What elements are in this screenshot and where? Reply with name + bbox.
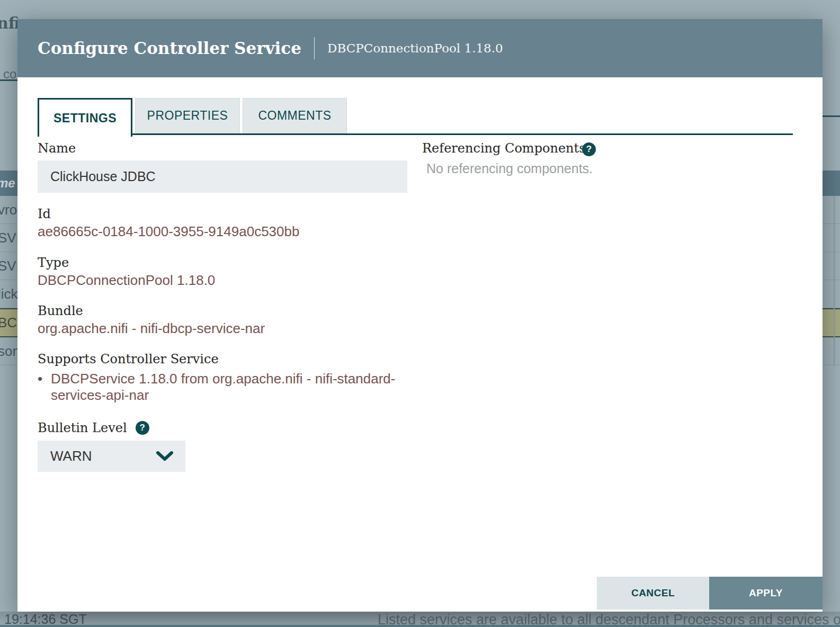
bundle-label: Bundle bbox=[38, 303, 83, 318]
id-value: ae86665c-0184-1000-3955-9149a0c530bb bbox=[38, 223, 299, 240]
tab-properties[interactable]: PROPERTIES bbox=[135, 98, 240, 133]
help-icon[interactable]: ? bbox=[136, 421, 149, 435]
type-label: Type bbox=[38, 255, 69, 270]
bulletin-level-row: Bulletin Level ? bbox=[38, 420, 149, 435]
dialog-title: Configure Controller Service bbox=[38, 39, 301, 58]
supports-item-text: DBCPService 1.18.0 from org.apache.nifi … bbox=[51, 371, 403, 404]
referencing-components-label: Referencing Components bbox=[422, 141, 586, 156]
referencing-components-empty-text: No referencing components. bbox=[426, 161, 593, 176]
background-table-header-label: me bbox=[0, 176, 15, 191]
tab-strip: SETTINGS PROPERTIES COMMENTS bbox=[38, 98, 793, 135]
bulletin-level-dropdown[interactable]: WARN bbox=[38, 441, 185, 472]
cancel-button[interactable]: CANCEL bbox=[597, 577, 709, 610]
tab-settings[interactable]: SETTINGS bbox=[38, 98, 132, 137]
dialog-header: Configure Controller Service DBCPConnect… bbox=[17, 19, 823, 77]
table-row-label: vro bbox=[0, 202, 17, 218]
bulletin-level-label: Bulletin Level bbox=[38, 420, 127, 435]
bundle-value: org.apache.nifi - nifi-dbcp-service-nar bbox=[38, 320, 265, 337]
background-divider-right bbox=[823, 115, 840, 117]
configure-controller-service-dialog: Configure Controller Service DBCPConnect… bbox=[17, 19, 823, 612]
chevron-down-icon bbox=[156, 451, 174, 462]
bullet-icon: • bbox=[38, 371, 42, 404]
bulletin-level-value: WARN bbox=[50, 448, 156, 464]
background-column-divider bbox=[834, 196, 835, 366]
apply-button[interactable]: APPLY bbox=[709, 577, 823, 610]
help-icon[interactable]: ? bbox=[582, 142, 596, 156]
background-bottom-bar bbox=[0, 625, 840, 627]
tab-comments[interactable]: COMMENTS bbox=[243, 98, 347, 133]
id-label: Id bbox=[38, 207, 51, 221]
supports-controller-service-item: • DBCPService 1.18.0 from org.apache.nif… bbox=[38, 371, 403, 404]
screen: nfig co me vro SVR SVR lick BCP son 19:1… bbox=[0, 0, 840, 627]
title-separator bbox=[314, 37, 315, 59]
background-divider-left bbox=[0, 79, 17, 81]
name-label: Name bbox=[38, 141, 76, 156]
name-input[interactable] bbox=[38, 160, 407, 193]
type-value: DBCPConnectionPool 1.18.0 bbox=[38, 272, 215, 289]
dialog-subtitle: DBCPConnectionPool 1.18.0 bbox=[327, 41, 503, 55]
table-row-label: lick bbox=[0, 286, 18, 302]
supports-controller-service-label: Supports Controller Service bbox=[38, 352, 219, 366]
